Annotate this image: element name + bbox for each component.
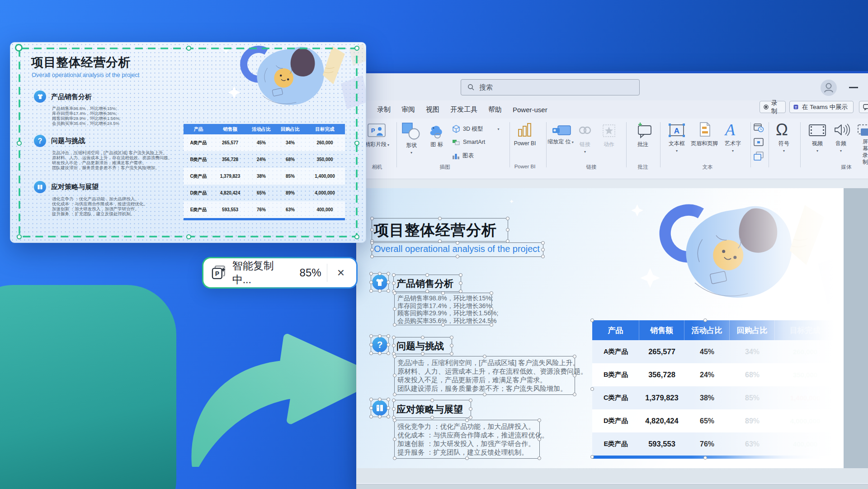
audio-button[interactable]: 音频▾	[835, 140, 846, 154]
mint-arrow-graphic	[190, 277, 380, 467]
shapes-icon[interactable]	[401, 122, 421, 140]
section3-heading-box[interactable]: 应对策略与展望	[393, 400, 471, 418]
smartart-icon	[452, 138, 460, 146]
header-footer-icon[interactable]	[699, 122, 711, 137]
tab-power-user[interactable]: Power-user	[513, 106, 547, 114]
insert-object-icon[interactable]	[753, 151, 764, 161]
textbox-button[interactable]: 文本框▾	[669, 140, 685, 154]
smart-copy-icon: P	[211, 265, 227, 281]
smart-copy-toast[interactable]: P 智能复制中... 85% ×	[202, 257, 358, 289]
svg-text:A: A	[674, 127, 679, 135]
section2-heading-box[interactable]: 问题与挑战	[393, 337, 452, 354]
comment-icon	[863, 104, 868, 110]
power-bi-button[interactable]: Power BI	[514, 140, 536, 147]
tab-review[interactable]: 审阅	[401, 105, 415, 114]
highlight-clip-icon[interactable]: P	[367, 123, 386, 138]
textbox-icon[interactable]: A	[668, 123, 685, 138]
date-time-icon[interactable]	[753, 122, 764, 133]
symbol-omega-icon[interactable]: Ω	[776, 120, 788, 139]
search-input[interactable]: 搜索	[461, 79, 640, 95]
smart-copy-source-panel[interactable]: 项目整体经营分析 Overall operational analysis of…	[10, 42, 366, 243]
slide-number-icon[interactable]	[753, 138, 764, 147]
teams-icon: T	[793, 104, 799, 110]
section2-body-box[interactable]: 竞品冲击，压缩利润空间，[产品或区域] 客户流失风险上升。原材料、人力、运营成本…	[394, 356, 575, 395]
symbol-button[interactable]: 符号▾	[778, 140, 789, 154]
tab-help[interactable]: 帮助	[488, 105, 502, 114]
status-bar	[356, 484, 868, 489]
action-button: 动作	[604, 141, 614, 148]
section3-icon-box[interactable]	[371, 399, 389, 417]
tab-developer[interactable]: 开发工具	[450, 105, 477, 114]
table-row: A类产品265,57745%34%260,000	[592, 340, 835, 363]
ribbon: P 精彩片段 ▾ 相机 形状▾ 图 标 3D 模型▾	[356, 119, 868, 179]
section2-icon-box[interactable]: ?	[371, 336, 389, 354]
question-icon: ?	[372, 337, 387, 352]
zoom-anchor-button[interactable]: 缩放定 位 ▾	[547, 138, 574, 146]
canvas-right-gutter	[844, 188, 868, 468]
comments-button[interactable]	[859, 101, 868, 113]
close-icon[interactable]: ×	[333, 266, 349, 280]
header-footer-button[interactable]: 页眉和页脚	[691, 140, 718, 147]
toast-message: 智能复制中...	[232, 259, 292, 287]
comment-group-label: 批注	[638, 164, 648, 171]
workspace: ✦ 项目整体经营分析 Overall operational analysis …	[356, 179, 868, 483]
desktop-teal-shape	[0, 285, 176, 489]
icons-duck-icon[interactable]	[428, 122, 446, 140]
links-group-label: 链接	[586, 164, 597, 171]
comment-button[interactable]: 批注	[637, 141, 648, 148]
hoodie-illustration	[627, 194, 862, 308]
link-button: 链接▾	[580, 141, 590, 155]
new-comment-icon[interactable]	[635, 122, 653, 138]
account-avatar[interactable]	[821, 80, 837, 96]
table-row: D类产品4,820,42465%89%4,000,000	[592, 409, 835, 432]
media-group-label: 媒体	[841, 164, 852, 171]
svg-text:T: T	[795, 105, 797, 109]
slide-subtitle-box[interactable]: Overall operational analysis of the proj…	[372, 242, 543, 257]
power-bi-icon[interactable]	[517, 123, 533, 138]
action-star-icon	[602, 124, 616, 138]
toast-divider	[327, 264, 327, 282]
book-icon	[372, 400, 387, 416]
tab-record[interactable]: 录制	[377, 105, 391, 114]
svg-text:P: P	[371, 127, 375, 134]
video-button[interactable]: 视频▾	[812, 140, 823, 154]
slide-table[interactable]: 产品销售额活动占比回购占比目标完成 A类产品265,57745%34%260,0…	[592, 320, 835, 459]
tab-view[interactable]: 视图	[426, 105, 439, 114]
record-dot-icon	[764, 104, 769, 110]
section3-body-box[interactable]: 强化竞争力 ：优化产品功能，加大品牌投入。优化成本 ：与供应商合作降成本，推进流…	[394, 420, 540, 459]
sparkle-decoration: ✦	[509, 198, 514, 205]
table-selection-bar	[592, 456, 835, 459]
person-icon	[821, 80, 837, 96]
slide-canvas[interactable]: ✦ 项目整体经营分析 Overall operational analysis …	[357, 188, 844, 468]
app-window: 搜索 放映 录制 审阅 视图 开发工具 帮助 Power-user 录制	[356, 71, 868, 489]
section1-heading-box[interactable]: 产品销售分析	[393, 275, 461, 292]
text-group-label: 文本	[703, 164, 713, 171]
record-button[interactable]: 录制	[760, 101, 786, 113]
zoom-anchor-icon[interactable]	[552, 124, 571, 137]
section1-body-box[interactable]: 产品销售率98.8%，环比增长15%;库存回货率17.4%，环比增长36%;顾客…	[394, 293, 492, 325]
section1-icon-box[interactable]	[371, 273, 389, 291]
chart-button[interactable]: 图表	[452, 152, 474, 160]
wordart-button[interactable]: 艺术字▾	[725, 140, 741, 154]
3d-model-button[interactable]: 3D 模型▾	[452, 125, 499, 133]
search-icon	[467, 84, 475, 91]
link-icon	[578, 125, 592, 136]
smartart-button[interactable]: SmartArt	[452, 138, 485, 146]
power-bi-group-label: Power BI	[514, 164, 536, 169]
slide-subtitle: Overall operational analysis of the proj…	[374, 244, 540, 254]
selection-marquee	[19, 47, 358, 237]
icons-button[interactable]: 图 标	[430, 141, 443, 148]
screen-record-icon[interactable]	[857, 124, 868, 137]
svg-text:P: P	[215, 270, 219, 277]
shapes-button[interactable]: 形状▾	[406, 142, 417, 156]
slide-title-box[interactable]: 项目整体经营分析	[372, 218, 508, 242]
wordart-icon[interactable]: A	[725, 120, 735, 139]
table-row: B类产品356,72824%68%350,000	[592, 363, 835, 386]
highlight-clip-button[interactable]: 精彩片段 ▾	[365, 141, 389, 148]
present-in-teams-button[interactable]: T 在 Teams 中展示	[789, 101, 854, 113]
screen-record-button[interactable]: 屏幕 录制	[863, 138, 868, 166]
audio-icon[interactable]	[834, 123, 850, 137]
video-icon[interactable]	[808, 124, 826, 137]
search-placeholder: 搜索	[479, 83, 493, 92]
minimize-button[interactable]	[849, 87, 858, 88]
